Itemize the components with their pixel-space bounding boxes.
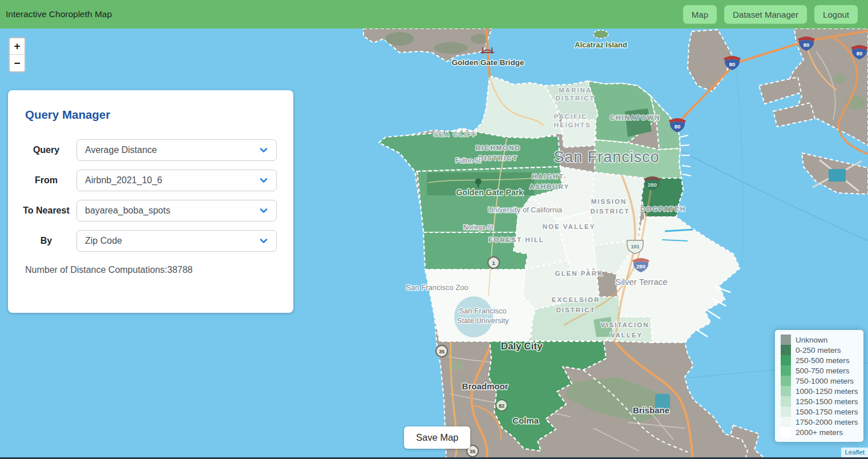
by-label: By (16, 234, 76, 247)
to-nearest-select-value: bayarea_boba_spots (85, 206, 259, 216)
label-mission: MISSION (591, 198, 627, 205)
app-header: Interactive Choropleth Map Map Dataset M… (0, 0, 868, 29)
svg-text:80: 80 (729, 61, 736, 67)
legend-swatch (781, 427, 791, 437)
legend-swatch (781, 335, 791, 345)
label-san-francisco: San Francisco (554, 148, 660, 166)
label-haight2: ASHBURY (530, 183, 570, 190)
svg-text:101: 101 (631, 244, 639, 249)
label-sfstate: San Francisco (459, 307, 506, 315)
legend-swatch (781, 406, 791, 417)
label-university: University of California (488, 206, 563, 214)
chevron-down-icon (259, 176, 268, 185)
legend-item: 1750-2000 meters (781, 417, 858, 427)
zoom-out-button[interactable]: − (10, 55, 25, 71)
legend-swatch (781, 365, 791, 376)
label-sfzoo: San Francisco Zoo (406, 283, 468, 292)
harbor-basin (829, 169, 846, 182)
nav-dataset-manager-button[interactable]: Dataset Manager (724, 5, 807, 24)
svg-text:80: 80 (804, 42, 810, 48)
legend-item: 1250-1500 meters (781, 396, 858, 406)
label-silverterrace: Silver Terrace (615, 277, 667, 287)
chevron-down-icon (259, 236, 268, 245)
legend-item: 500-750 meters (781, 365, 858, 376)
label-richmond: RICHMOND (475, 144, 520, 151)
label-richmond2: DISTRICT (478, 155, 518, 162)
label-broadmoor: Broadmoor (462, 381, 508, 391)
label-golden-gate-bridge: Golden Gate Bridge (452, 58, 524, 67)
to-nearest-select[interactable]: bayarea_boba_spots (76, 200, 277, 222)
svg-text:80: 80 (675, 123, 681, 130)
svg-text:1: 1 (492, 260, 495, 266)
svg-text:280: 280 (648, 182, 657, 188)
label-noevalley: NOE VALLEY (543, 223, 596, 230)
by-row: By Zip Code (16, 230, 277, 252)
label-brisbane: Brisbane (633, 405, 669, 415)
to-nearest-row: To Nearest bayarea_boba_spots (16, 200, 277, 222)
legend-swatch (781, 386, 791, 396)
ca35-shield: 35 (436, 345, 447, 357)
computations-text: Number of Distance Computations:38788 (25, 265, 293, 275)
from-label: From (16, 174, 76, 187)
legend-item: 250-500 meters (781, 355, 858, 365)
save-map-button[interactable]: Save Map (404, 426, 470, 449)
label-mission2: DISTRICT (590, 208, 629, 215)
legend-swatch (781, 376, 791, 386)
panel-title: Query Manager (25, 108, 293, 122)
label-foresthill: FOREST HILL (488, 236, 544, 243)
svg-text:280: 280 (636, 263, 645, 269)
zoom-in-button[interactable]: + (10, 38, 25, 55)
label-marina: MARINA (559, 87, 592, 94)
query-select[interactable]: Average Distance (76, 139, 277, 161)
nav-map-button[interactable]: Map (683, 5, 717, 24)
by-select-value: Zip Code (85, 236, 259, 246)
legend-item: 0-250 meters (781, 345, 858, 355)
leaflet-attribution-link[interactable]: Leaflet (841, 448, 868, 457)
label-fulton: Fulton St (455, 157, 481, 164)
svg-text:35: 35 (439, 349, 445, 355)
ca82-shield: 82 (496, 400, 507, 411)
from-select[interactable]: Airbnb_2021_10_6 (76, 170, 277, 191)
legend-swatch (781, 345, 791, 355)
legend-item: 1000-1250 meters (781, 386, 858, 396)
alcatraz-island (594, 30, 608, 38)
chevron-down-icon (259, 206, 268, 215)
query-row: Query Average Distance (16, 139, 277, 161)
legend-item: 750-1000 meters (781, 376, 858, 386)
label-marina2: DISTRICT (555, 95, 595, 102)
label-pacific: PACIFIC (554, 113, 587, 120)
legend-swatch (781, 396, 791, 406)
from-select-value: Airbnb_2021_10_6 (85, 175, 259, 186)
label-sfstate2: State University (457, 316, 509, 325)
nav-logout-button[interactable]: Logout (814, 5, 858, 24)
app-title: Interactive Choropleth Map (6, 9, 112, 19)
svg-text:80: 80 (857, 50, 863, 57)
label-colma: Colma (512, 416, 539, 425)
svg-text:35: 35 (470, 449, 475, 454)
label-dogpatch: DOGPATCH (640, 206, 686, 212)
label-haight: HAIGHT- (532, 173, 567, 180)
label-visitacion2: VALLEY (611, 332, 643, 339)
label-noriega: Noriega St (463, 224, 493, 231)
legend-item: 2000+ meters (781, 427, 858, 437)
query-label: Query (16, 143, 76, 156)
legend-item: Unknown (781, 335, 858, 345)
label-dalycity: Daly City (501, 341, 543, 352)
legend-item: 1500-1750 meters (781, 406, 858, 417)
chevron-down-icon (259, 146, 268, 155)
by-select[interactable]: Zip Code (76, 230, 277, 252)
label-alcatraz: Alcatraz Island (575, 41, 627, 49)
to-nearest-label: To Nearest (16, 204, 76, 217)
zoom-control: + − (9, 37, 26, 73)
nav-group: Map Dataset Manager Logout (683, 5, 868, 24)
map-legend: Unknown 0-250 meters 250-500 meters 500-… (775, 330, 863, 442)
ca1-shield: 1 (488, 257, 499, 268)
label-pacific2: HEIGHTS (554, 122, 591, 128)
label-glenpark: GLEN PARK (555, 270, 604, 277)
label-excelsior2: DISTRICT (556, 307, 595, 313)
label-chinatown: CHINATOWN (610, 114, 660, 121)
from-row: From Airbnb_2021_10_6 (16, 170, 277, 191)
legend-swatch (781, 417, 791, 427)
label-visitacion: VISITACION (601, 321, 649, 328)
query-manager-panel: Query Manager Query Average Distance Fro… (8, 90, 293, 313)
